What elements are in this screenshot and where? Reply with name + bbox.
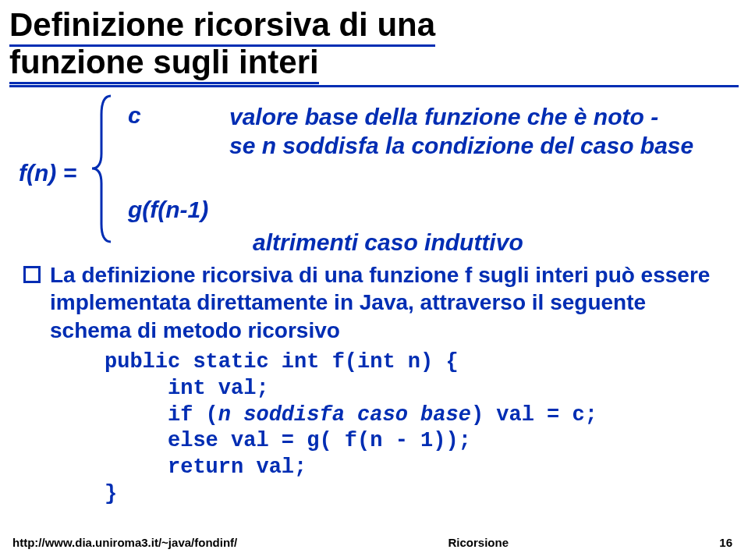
lhs-fn: f(n) = (19, 160, 76, 186)
bullet-square-icon (23, 266, 41, 283)
footer-page: 16 (719, 536, 732, 549)
title-line-2: funzione sugli interi (9, 44, 319, 84)
code-l5: return val; (105, 455, 307, 479)
code-l3c: ) val = c; (471, 403, 597, 427)
title-underline (9, 85, 739, 87)
case-g-desc: altrimenti caso induttivo (253, 228, 523, 257)
code-l3b: n soddisfa caso base (218, 403, 471, 427)
title-line-1: Definizione ricorsiva di una (9, 6, 435, 47)
slide-footer: http://www.dia.uniroma3.it/~java/fondinf… (12, 536, 732, 549)
paragraph-text: La definizione ricorsiva di una funzione… (50, 261, 725, 345)
code-l6: } (105, 482, 117, 505)
code-l1: public static int f(int n) { (105, 350, 459, 374)
case-c-desc-1: valore base della funzione che è noto - (229, 104, 658, 129)
rhs-cases: c valore base della funzione che è noto … (128, 102, 744, 262)
case-g-symbol: g(f(n-1) (128, 197, 253, 223)
footer-section: Ricorsione (448, 536, 509, 549)
body-paragraph: La definizione ricorsiva di una funzione… (23, 261, 725, 508)
code-l2: int val; (105, 377, 269, 400)
curly-brace-icon (87, 93, 119, 245)
slide-title: Definizione ricorsiva di una funzione su… (0, 0, 748, 82)
code-block: public static int f(int n) { int val; if… (105, 349, 725, 508)
code-l3a: if ( (105, 403, 218, 427)
definition-box: f(n) = c valore base della funzione che … (19, 99, 748, 247)
case-c-desc-2: se n soddisfa la condizione del caso bas… (229, 133, 693, 158)
case-c-symbol: c (128, 102, 229, 129)
code-l4: else val = g( f(n - 1)); (105, 429, 471, 452)
footer-url: http://www.dia.uniroma3.it/~java/fondinf… (12, 536, 237, 549)
